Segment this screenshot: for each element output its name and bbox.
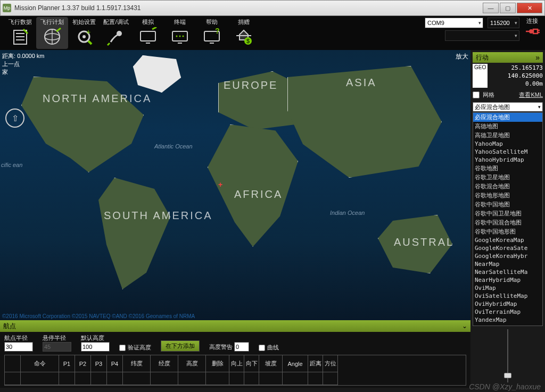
col-header[interactable]: 删除	[206, 355, 229, 372]
map-option[interactable]: 谷歌中国混合地图	[473, 218, 542, 227]
lat-value: 25.165173	[490, 64, 543, 72]
waypoint-grid[interactable]: 命令P1P2P3P4纬度经度高度删除向上向下坡度Angle距离方位	[4, 355, 466, 386]
default-alt-input[interactable]	[81, 342, 110, 352]
map-option[interactable]: GoogleKoreaHybr	[473, 252, 542, 260]
col-header[interactable]: Angle	[283, 355, 308, 372]
main-toolbar: 飞行数据飞行计划初始设置+配置/调试模拟终端帮助?捐赠$ COM9 115200…	[0, 16, 545, 50]
compass-icon[interactable]: ⇧	[5, 109, 24, 128]
map-option[interactable]: OviSatelliteMap	[473, 292, 542, 300]
map-option[interactable]: YandexSatellite	[473, 324, 542, 326]
plan-icon	[42, 26, 63, 47]
coord-ref-select[interactable]: GEO	[473, 64, 488, 88]
zoom-in-label[interactable]: 放大	[456, 52, 468, 61]
col-header[interactable]	[5, 355, 21, 372]
map-option[interactable]: OviMap	[473, 284, 542, 292]
grid-checkbox[interactable]	[473, 91, 480, 98]
map-option[interactable]: YahooHybridMap	[473, 156, 542, 164]
map-option[interactable]: 谷歌卫星地图	[473, 173, 542, 182]
alt-value: 0.00m	[490, 80, 543, 88]
toolbar-config[interactable]: 配置/调试	[100, 17, 132, 49]
grid-cell[interactable]	[178, 372, 206, 385]
grid-cell[interactable]	[206, 372, 229, 385]
grid-cell[interactable]	[151, 372, 178, 385]
toolbar-help[interactable]: 帮助?	[196, 17, 228, 49]
grid-cell[interactable]	[21, 372, 59, 385]
grid-cell[interactable]	[229, 372, 244, 385]
view-kml-link[interactable]: 查看KML	[519, 91, 543, 99]
grid-cell[interactable]	[59, 372, 75, 385]
map-view[interactable]: NORTH AMERICA SOUTH AMERICA EUROPE AFRIC…	[0, 50, 470, 320]
map-option[interactable]: OviTerrainMap	[473, 308, 542, 316]
col-header[interactable]: 坡度	[259, 355, 283, 372]
toolbar-term[interactable]: 终端	[164, 17, 196, 49]
col-header[interactable]: P3	[91, 355, 107, 372]
action-panel: 行动 » GEO 25.165173 140.625000 0.00m 网格 查…	[470, 50, 545, 388]
grid-cell[interactable]	[244, 372, 259, 385]
grid-cell[interactable]	[107, 372, 123, 385]
grid-cell[interactable]	[75, 372, 91, 385]
zoom-slider[interactable]	[502, 329, 513, 382]
add-below-button[interactable]: 在下方添加	[161, 340, 200, 352]
map-option[interactable]: 谷歌中国卫星地图	[473, 209, 542, 218]
toolbar-sim[interactable]: 模拟	[132, 17, 164, 49]
col-header[interactable]: 经度	[151, 355, 178, 372]
col-header[interactable]: 距离	[308, 355, 323, 372]
close-button[interactable]: ✕	[517, 3, 542, 13]
com-port-select[interactable]: COM9	[425, 18, 483, 28]
waypoint-panel-header[interactable]: 航点 ⌄	[0, 320, 470, 332]
grid-cell[interactable]	[259, 372, 283, 385]
spline-checkbox[interactable]: 曲线	[259, 344, 279, 352]
toolbar-data[interactable]: 飞行数据	[4, 17, 36, 49]
col-header[interactable]: 高度	[178, 355, 206, 372]
map-option[interactable]: 谷歌地形地图	[473, 191, 542, 200]
map-option[interactable]: 谷歌中国地图	[473, 200, 542, 209]
col-header[interactable]: 纬度	[123, 355, 151, 372]
label-eu: EUROPE	[224, 79, 278, 91]
verify-alt-checkbox[interactable]: 验证高度	[119, 344, 151, 352]
col-header[interactable]: 命令	[21, 355, 59, 372]
col-header[interactable]: 方位	[323, 355, 338, 372]
map-option[interactable]: 高德卫星地图	[473, 131, 542, 140]
map-option[interactable]: YahooMap	[473, 140, 542, 148]
baud-rate-select[interactable]: 115200	[488, 18, 519, 28]
map-option[interactable]: GoogleKoreaSate	[473, 244, 542, 252]
col-header[interactable]: 向上	[229, 355, 244, 372]
map-provider-list[interactable]: 必应混合地图高德地图高德卫星地图YahooMapYahooSatelliteMY…	[473, 112, 543, 326]
toolbar-setup[interactable]: 初始设置+	[68, 17, 100, 49]
map-option[interactable]: YahooSatelliteM	[473, 148, 542, 156]
toolbar-plan[interactable]: 飞行计划	[36, 17, 68, 49]
map-option[interactable]: 谷歌中国地形图	[473, 227, 542, 236]
col-header[interactable]: P2	[75, 355, 91, 372]
map-option[interactable]: NearHybridMap	[473, 276, 542, 284]
alt-warn-input[interactable]	[234, 342, 249, 352]
map-option[interactable]: YandexMap	[473, 316, 542, 324]
grid-cell[interactable]	[5, 372, 21, 385]
map-provider-select[interactable]: 必应混合地图	[473, 102, 543, 112]
maximize-button[interactable]: ▢	[500, 3, 516, 13]
loiter-radius-input[interactable]	[43, 342, 71, 352]
minimize-button[interactable]: —	[483, 3, 499, 13]
grid-cell[interactable]	[308, 372, 323, 385]
map-option[interactable]: 谷歌混合地图	[473, 182, 542, 191]
map-option[interactable]: NearSatelliteMa	[473, 268, 542, 276]
collapse-icon[interactable]: ⌄	[462, 322, 467, 330]
col-header[interactable]: P4	[107, 355, 123, 372]
map-option[interactable]: 必应混合地图	[473, 113, 542, 122]
wp-radius-input[interactable]	[4, 342, 33, 352]
map-option[interactable]: 谷歌地图	[473, 164, 542, 173]
col-header[interactable]: P1	[59, 355, 75, 372]
map-option[interactable]: OviHybridMap	[473, 300, 542, 308]
grid-cell[interactable]	[283, 372, 308, 385]
grid-cell[interactable]	[323, 372, 338, 385]
toolbar-donate[interactable]: 捐赠$	[228, 17, 260, 49]
col-header[interactable]: 向下	[244, 355, 259, 372]
map-option[interactable]: GoogleKoreaMap	[473, 236, 542, 244]
aux-select[interactable]	[445, 30, 519, 41]
map-option[interactable]: NearMap	[473, 260, 542, 268]
grid-cell[interactable]	[91, 372, 107, 385]
grid-cell[interactable]	[123, 372, 151, 385]
label-as: ASIA	[346, 77, 377, 89]
map-option[interactable]: 高德地图	[473, 122, 542, 131]
expand-icon[interactable]: »	[535, 53, 540, 62]
connect-button[interactable]: 连接	[524, 17, 541, 41]
